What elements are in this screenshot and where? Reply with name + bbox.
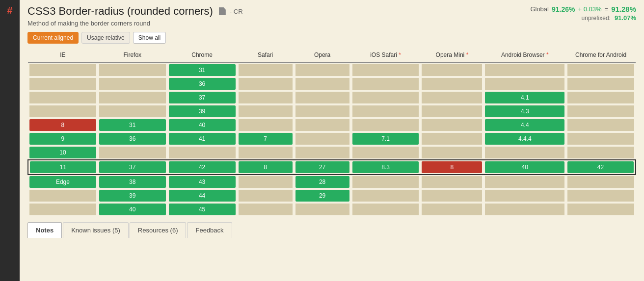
cell-ab-0 <box>483 63 566 77</box>
cell-ff-3 <box>98 104 167 118</box>
cell-ch-8: 43 <box>167 175 237 189</box>
cell-op-3 <box>294 104 351 118</box>
tab-feedback[interactable]: Feedback <box>187 222 232 238</box>
th-opera-mini: Opera Mini * <box>420 48 483 63</box>
table-row: 8 31 40 4.4 <box>28 118 636 132</box>
compat-table-wrapper: IE Firefox Chrome Safari Opera iOS Safar… <box>27 48 636 216</box>
cell-ie-1 <box>28 77 98 91</box>
subtitle: Method of making the border corners roun… <box>27 20 243 27</box>
cell-ab-10 <box>483 203 566 216</box>
th-chrome: Chrome <box>167 48 237 63</box>
cell-ch-4: 40 <box>167 118 237 132</box>
table-row: 40 45 <box>28 203 636 216</box>
cell-ff-6 <box>98 146 167 160</box>
th-firefox: Firefox <box>98 48 167 63</box>
cell-ff-2 <box>98 91 167 104</box>
cell-ab-1 <box>483 77 566 91</box>
tab-notes[interactable]: Notes <box>27 222 62 238</box>
cell-om-current: 8 <box>420 160 483 175</box>
cell-ios-8 <box>351 175 421 189</box>
sidebar: # <box>0 0 20 243</box>
table-row: 9 36 41 7 7.1 4.4.4 <box>28 132 636 146</box>
header-row: CSS3 Border-radius (rounded corners) - C… <box>27 5 636 27</box>
cell-ab-3: 4.3 <box>483 104 566 118</box>
cell-op-5 <box>294 132 351 146</box>
cell-ie-9 <box>28 189 98 203</box>
cell-ff-5: 36 <box>98 132 167 146</box>
table-row: 39 4.3 <box>28 104 636 118</box>
cell-om-5 <box>420 132 483 146</box>
main-content: CSS3 Border-radius (rounded corners) - C… <box>20 0 644 243</box>
global-equals: = <box>605 5 609 13</box>
current-version-row: 11 37 42 8 27 8.3 8 40 42 <box>28 160 636 175</box>
cell-ie-10 <box>28 203 98 216</box>
cell-ios-1 <box>351 77 421 91</box>
cell-ie-6: 10 <box>28 146 98 160</box>
cell-ch-current: 42 <box>167 160 237 175</box>
cell-ca-5 <box>566 132 636 146</box>
cell-ab-9 <box>483 189 566 203</box>
cell-ie-edge: Edge <box>28 175 98 189</box>
cell-ch-0: 31 <box>167 63 237 77</box>
cell-ios-4 <box>351 118 421 132</box>
cell-ios-5: 7.1 <box>351 132 421 146</box>
cell-ie-3 <box>28 104 98 118</box>
table-header-row: IE Firefox Chrome Safari Opera iOS Safar… <box>28 48 636 63</box>
hash-icon: # <box>7 5 12 16</box>
cell-ff-9: 39 <box>98 189 167 203</box>
cell-om-0 <box>420 63 483 77</box>
cell-op-current: 27 <box>294 160 351 175</box>
cell-op-0 <box>294 63 351 77</box>
cell-ie-current: 11 <box>28 160 98 175</box>
global-plus: + 0.03% <box>578 5 601 13</box>
cell-ch-1: 36 <box>167 77 237 91</box>
cell-ca-6 <box>566 146 636 160</box>
cell-ch-9: 44 <box>167 189 237 203</box>
cell-sa-10 <box>237 203 294 216</box>
cell-sa-8 <box>237 175 294 189</box>
cell-op-8: 28 <box>294 175 351 189</box>
cell-op-9: 29 <box>294 189 351 203</box>
unprefixed-label: unprefixed: <box>582 15 611 22</box>
cell-om-1 <box>420 77 483 91</box>
stats-area: Global 91.26% + 0.03% = 91.28% unprefixe… <box>530 5 636 22</box>
cell-om-8 <box>420 175 483 189</box>
cell-ca-1 <box>566 77 636 91</box>
buttons-row: Current aligned Usage relative Show all <box>27 32 636 44</box>
table-row: 36 <box>28 77 636 91</box>
cell-ca-current: 42 <box>566 160 636 175</box>
show-all-button[interactable]: Show all <box>133 32 166 44</box>
cell-ios-10 <box>351 203 421 216</box>
cell-ff-10: 40 <box>98 203 167 216</box>
table-row: 31 <box>28 63 636 77</box>
cell-sa-4 <box>237 118 294 132</box>
table-row: 39 44 29 <box>28 189 636 203</box>
cell-ch-3: 39 <box>167 104 237 118</box>
cell-ch-2: 37 <box>167 91 237 104</box>
unprefixed-row: unprefixed: 91.07% <box>530 14 636 22</box>
cell-ios-3 <box>351 104 421 118</box>
cell-ff-current: 37 <box>98 160 167 175</box>
tabs-row: Notes Known issues (5) Resources (6) Fee… <box>27 222 636 238</box>
table-row: 37 4.1 <box>28 91 636 104</box>
compat-table: IE Firefox Chrome Safari Opera iOS Safar… <box>27 48 636 216</box>
cell-ca-3 <box>566 104 636 118</box>
usage-relative-button[interactable]: Usage relative <box>81 32 130 44</box>
cell-ff-4: 31 <box>98 118 167 132</box>
current-aligned-button[interactable]: Current aligned <box>27 32 79 44</box>
cell-sa-6 <box>237 146 294 160</box>
global-row: Global 91.26% + 0.03% = 91.28% <box>530 5 636 13</box>
cell-om-3 <box>420 104 483 118</box>
cell-op-2 <box>294 91 351 104</box>
cell-ab-current: 40 <box>483 160 566 175</box>
tab-known-issues[interactable]: Known issues (5) <box>63 222 129 238</box>
unprefixed-value: 91.07% <box>615 14 636 22</box>
tab-resources[interactable]: Resources (6) <box>130 222 187 238</box>
cell-om-2 <box>420 91 483 104</box>
cell-ca-9 <box>566 189 636 203</box>
cell-om-6 <box>420 146 483 160</box>
cell-sa-9 <box>237 189 294 203</box>
table-row: Edge 38 43 28 <box>28 175 636 189</box>
cell-ff-0 <box>98 63 167 77</box>
cell-ab-2: 4.1 <box>483 91 566 104</box>
